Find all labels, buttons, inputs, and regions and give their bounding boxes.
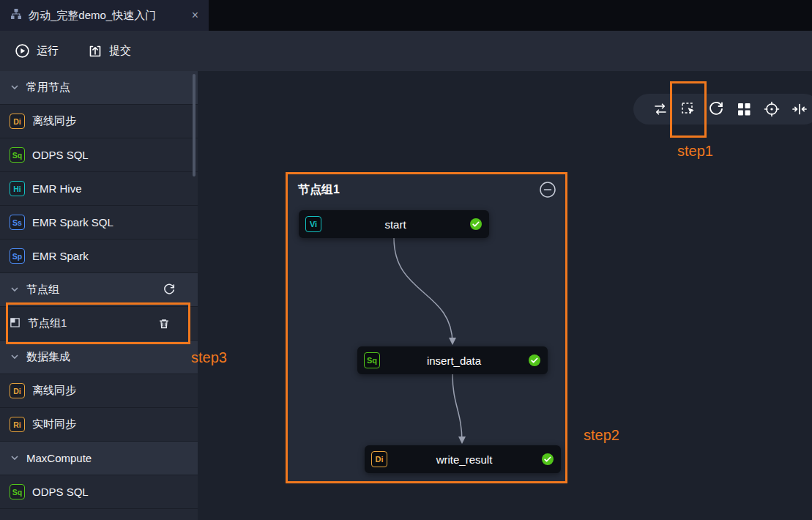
sidebar-item-odps-sql-2[interactable]: Sq ODPS SQL [0, 475, 198, 509]
play-circle-icon [15, 43, 30, 59]
sq-node-badge: Sq [10, 484, 25, 499]
sidebar-scrollbar[interactable] [193, 74, 195, 177]
sidebar-section-maxcompute[interactable]: MaxCompute [0, 442, 198, 475]
item-label: 离线同步 [32, 114, 76, 128]
command-toolbar: 运行 提交 [0, 31, 812, 71]
chevron-down-icon [10, 452, 19, 464]
item-label: ODPS SQL [32, 486, 89, 498]
sidebar-item-odps-sql[interactable]: Sq ODPS SQL [0, 138, 198, 172]
sidebar-section-data-integration[interactable]: 数据集成 [0, 341, 198, 374]
node-label: write_result [393, 453, 535, 466]
node-insert-data[interactable]: Sq insert_data [357, 346, 548, 374]
sidebar-item-offline-sync-2[interactable]: Di 离线同步 [0, 374, 198, 408]
workflow-canvas[interactable]: step1 节点组1 [198, 71, 812, 520]
sitemap-icon [10, 8, 22, 23]
item-label: EMR Spark [32, 250, 89, 262]
section-label: 节点组 [26, 283, 59, 297]
di-node-badge: Di [371, 451, 387, 467]
chevron-down-icon [10, 351, 19, 363]
sidebar-section-node-group[interactable]: 节点组 [0, 273, 198, 307]
sidebar-section-common-nodes[interactable]: 常用节点 [0, 71, 198, 105]
node-group[interactable]: 节点组1 Vi [286, 172, 567, 483]
tab-bar: 勿动_完整demo_快速入门 × [0, 0, 812, 31]
node-write-result[interactable]: Di write_result [365, 445, 561, 473]
close-icon[interactable]: × [192, 10, 198, 21]
node-label: start [327, 218, 463, 231]
sidebar-item-realtime-sync[interactable]: Ri 实时同步 [0, 408, 198, 442]
success-status-icon [528, 354, 541, 367]
annotation-step2: step2 [584, 427, 619, 444]
node-palette-sidebar: 常用节点 Di 离线同步 Sq ODPS SQL Hi EMR Hive Ss … [0, 71, 198, 520]
ri-node-badge: Ri [10, 417, 25, 432]
sp-node-badge: Sp [10, 248, 25, 264]
marquee-select-icon[interactable] [680, 101, 696, 117]
item-label: 实时同步 [32, 417, 76, 431]
sidebar-item-emr-spark[interactable]: Sp EMR Spark [0, 239, 198, 273]
di-node-badge: Di [10, 114, 25, 129]
sq-node-badge: Sq [364, 352, 380, 368]
section-label: 常用节点 [26, 81, 70, 94]
vi-node-badge: Vi [305, 216, 321, 232]
sidebar-item-emr-spark-sql[interactable]: Ss EMR Spark SQL [0, 206, 198, 239]
di-node-badge: Di [10, 383, 25, 398]
sidebar-item-emr-hive[interactable]: Hi EMR Hive [0, 172, 198, 206]
node-start[interactable]: Vi start [299, 210, 489, 238]
sidebar-item-node-group-1[interactable]: 节点组1 [0, 307, 198, 341]
locate-icon[interactable] [764, 101, 780, 117]
tab-title: 勿动_完整demo_快速入门 [29, 9, 156, 23]
grid-view-icon[interactable] [736, 101, 752, 117]
run-label: 运行 [37, 44, 59, 58]
chevron-down-icon [10, 283, 19, 296]
upload-icon [88, 44, 103, 59]
item-label: 离线同步 [32, 384, 76, 398]
workflow-editor-window: 勿动_完整demo_快速入门 × 运行 提交 [0, 0, 812, 520]
fit-view-icon[interactable] [791, 101, 808, 117]
sq-node-badge: Sq [10, 147, 25, 163]
annotation-step3: step3 [191, 349, 227, 366]
item-label: EMR Spark SQL [32, 216, 113, 229]
chevron-down-icon [10, 81, 19, 94]
tab-workflow[interactable]: 勿动_完整demo_快速入门 × [0, 0, 209, 31]
submit-label: 提交 [109, 44, 131, 58]
node-label: insert_data [386, 354, 522, 367]
section-label: MaxCompute [26, 452, 92, 464]
submit-button[interactable]: 提交 [88, 44, 131, 59]
hi-node-badge: Hi [10, 181, 25, 196]
canvas-toolbar [633, 94, 812, 125]
item-label: 节点组1 [28, 316, 67, 330]
item-label: EMR Hive [32, 182, 82, 195]
node-group-icon [10, 317, 21, 330]
annotation-step1: step1 [677, 143, 713, 160]
refresh-icon[interactable] [708, 101, 724, 117]
ss-node-badge: Ss [10, 215, 25, 230]
success-status-icon [469, 218, 483, 231]
trash-icon[interactable] [158, 318, 170, 330]
success-status-icon [541, 453, 554, 466]
swap-arrows-icon[interactable] [652, 101, 668, 117]
refresh-icon[interactable] [163, 283, 176, 297]
collapse-group-button[interactable] [539, 181, 556, 201]
run-button[interactable]: 运行 [15, 43, 59, 59]
section-label: 数据集成 [26, 350, 70, 364]
node-group-title: 节点组1 [298, 182, 340, 198]
item-label: ODPS SQL [32, 149, 89, 161]
sidebar-item-offline-sync[interactable]: Di 离线同步 [0, 105, 198, 138]
